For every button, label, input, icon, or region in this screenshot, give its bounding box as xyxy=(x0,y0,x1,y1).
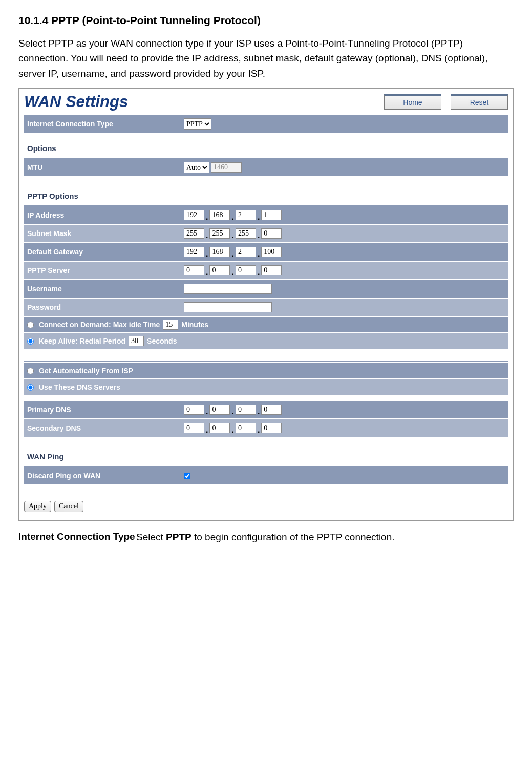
secondary-dns-o1[interactable] xyxy=(184,423,204,433)
mtu-mode-select[interactable]: Auto xyxy=(184,162,209,173)
ip-address-o4[interactable] xyxy=(261,210,282,220)
pptp-server-o1[interactable] xyxy=(184,265,204,275)
apply-button[interactable]: Apply xyxy=(24,501,51,512)
discard-ping-checkbox[interactable] xyxy=(184,473,190,479)
keep-alive-label-after: Seconds xyxy=(147,337,177,345)
primary-dns-o3[interactable] xyxy=(236,405,256,415)
connect-on-demand-label-after: Minutes xyxy=(181,321,208,329)
dns-manual-label: Use These DNS Servers xyxy=(39,383,120,391)
wan-settings-panel: WAN Settings Home Reset Internet Connect… xyxy=(18,88,514,521)
description-divider xyxy=(18,525,514,525)
pptp-server-label: PPTP Server xyxy=(24,266,183,274)
mtu-value-input[interactable] xyxy=(211,162,242,173)
home-button[interactable]: Home xyxy=(384,94,441,110)
default-gateway-label: Default Gateway xyxy=(24,248,183,256)
ip-address-o2[interactable] xyxy=(209,210,230,220)
default-gateway-o1[interactable] xyxy=(184,247,204,257)
description-term: Internet Connection Type xyxy=(18,530,136,543)
password-label: Password xyxy=(24,303,183,311)
discard-ping-label: Discard Ping on WAN xyxy=(24,472,183,480)
dns-manual-radio[interactable] xyxy=(27,384,34,391)
ip-address-label: IP Address xyxy=(24,211,183,219)
connection-type-label: Internet Connection Type xyxy=(24,120,183,128)
dns-auto-radio[interactable] xyxy=(27,368,34,374)
pptp-server-o4[interactable] xyxy=(261,265,282,275)
wan-ping-heading: WAN Ping xyxy=(24,438,508,467)
ip-address-o1[interactable] xyxy=(184,210,204,220)
subnet-mask-o3[interactable] xyxy=(236,228,256,239)
keep-alive-label-before: Keep Alive: Redial Period xyxy=(39,337,125,345)
connection-type-select[interactable]: PPTP xyxy=(184,118,211,130)
primary-dns-label: Primary DNS xyxy=(24,406,183,414)
default-gateway-o2[interactable] xyxy=(209,247,230,257)
max-idle-time-input[interactable] xyxy=(163,320,178,330)
reset-button[interactable]: Reset xyxy=(451,94,508,110)
primary-dns-o4[interactable] xyxy=(261,405,282,415)
subnet-mask-o4[interactable] xyxy=(261,228,282,239)
redial-period-input[interactable] xyxy=(129,336,144,346)
secondary-dns-o3[interactable] xyxy=(236,423,256,433)
secondary-dns-o2[interactable] xyxy=(209,423,230,433)
subnet-mask-o2[interactable] xyxy=(209,228,230,239)
default-gateway-o3[interactable] xyxy=(236,247,256,257)
ip-address-o3[interactable] xyxy=(236,210,256,220)
cancel-button[interactable]: Cancel xyxy=(54,501,83,512)
description-row: Internet Connection Type Select PPTP to … xyxy=(18,528,514,545)
panel-title: WAN Settings xyxy=(24,93,128,111)
description-text: Select PPTP to begin configuration of th… xyxy=(136,532,395,543)
pptp-server-o2[interactable] xyxy=(209,265,230,275)
primary-dns-o2[interactable] xyxy=(209,405,230,415)
username-input[interactable] xyxy=(184,284,272,294)
intro-paragraph: Select PPTP as your WAN connection type … xyxy=(18,36,514,81)
options-heading: Options xyxy=(24,134,508,159)
secondary-dns-label: Secondary DNS xyxy=(24,424,183,432)
password-input[interactable] xyxy=(184,302,272,312)
default-gateway-o4[interactable] xyxy=(261,247,282,257)
pptp-server-o3[interactable] xyxy=(236,265,256,275)
username-label: Username xyxy=(24,285,183,293)
keep-alive-radio[interactable] xyxy=(27,338,34,345)
mtu-label: MTU xyxy=(24,163,183,172)
secondary-dns-o4[interactable] xyxy=(261,423,282,433)
pptp-options-heading: PPTP Options xyxy=(24,177,508,206)
connect-on-demand-label-before: Connect on Demand: Max idle Time xyxy=(39,321,160,329)
subnet-mask-label: Subnet Mask xyxy=(24,229,183,238)
dns-auto-label: Get Automatically From ISP xyxy=(39,367,133,375)
primary-dns-o1[interactable] xyxy=(184,405,204,415)
section-heading: 10.1.4 PPTP (Point-to-Point Tunneling Pr… xyxy=(18,14,514,27)
subnet-mask-o1[interactable] xyxy=(184,228,204,239)
connect-on-demand-radio[interactable] xyxy=(27,322,34,328)
